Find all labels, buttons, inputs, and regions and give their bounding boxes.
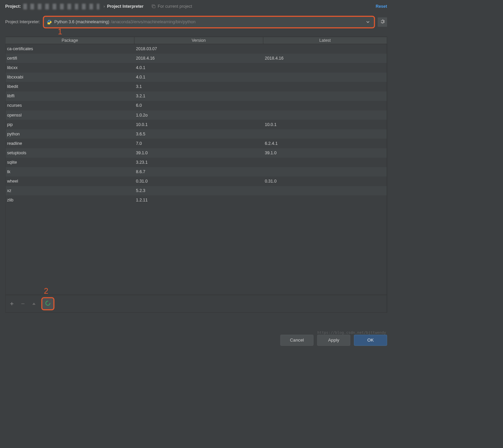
cell-package: certifi [5, 56, 134, 61]
cell-package: libcxx [5, 65, 134, 70]
table-row[interactable]: libedit3.1 [5, 82, 387, 91]
scope-label: For current project [158, 4, 192, 9]
interpreter-settings-button[interactable] [378, 17, 387, 27]
cell-package: libedit [5, 84, 134, 89]
reset-link[interactable]: Reset [376, 4, 387, 9]
gear-icon [380, 19, 385, 25]
cell-version: 39.1.0 [135, 151, 263, 155]
packages-table: Package Version Latest ca-certificates20… [5, 37, 387, 313]
cell-version: 6.0 [135, 103, 263, 108]
breadcrumb-header: Project: › Project Interpreter For curre… [0, 0, 392, 12]
cell-version: 3.1 [135, 84, 263, 89]
cell-package: ca-certificates [5, 46, 134, 51]
svg-point-3 [50, 24, 50, 24]
cell-version: 3.2.1 [135, 94, 263, 98]
cell-package: pip [5, 122, 134, 127]
cell-latest: 6.2.4.1 [263, 141, 387, 146]
table-row[interactable]: openssl1.0.2o [5, 110, 387, 120]
table-row[interactable]: zlib1.2.11 [5, 195, 387, 205]
add-package-button[interactable] [8, 300, 16, 308]
column-header-latest[interactable]: Latest [263, 37, 387, 44]
cell-version: 3.23.1 [135, 160, 263, 165]
cancel-button[interactable]: Cancel [280, 335, 313, 346]
watermark-text: https://blog.csdn.net/bjttwendy [317, 330, 386, 334]
cell-version: 5.2.3 [135, 188, 263, 193]
table-row[interactable]: pip10.0.110.0.1 [5, 120, 387, 129]
breadcrumb-chevron: › [103, 4, 105, 9]
cell-package: libcxxabi [5, 75, 134, 79]
cell-package: openssl [5, 113, 134, 118]
table-row[interactable]: tk8.6.7 [5, 167, 387, 177]
cell-package: setuptools [5, 151, 134, 155]
copy-scope-icon [151, 4, 155, 9]
remove-package-button[interactable] [19, 300, 27, 308]
svg-point-2 [48, 20, 48, 21]
cell-version: 3.6.5 [135, 132, 263, 136]
cell-version: 1.0.2o [135, 113, 263, 118]
cell-package: xz [5, 188, 134, 193]
svg-rect-1 [153, 5, 155, 8]
apply-button[interactable]: Apply [317, 335, 350, 346]
table-row[interactable]: libffi3.2.1 [5, 91, 387, 101]
table-row[interactable]: libcxx4.0.1 [5, 63, 387, 72]
cell-version: 2018.03.07 [135, 46, 263, 51]
cell-latest: 39.1.0 [263, 151, 387, 155]
cell-package: python [5, 132, 134, 136]
cell-package: ncurses [5, 103, 134, 108]
cell-version: 7.0 [135, 141, 263, 146]
table-row[interactable]: setuptools39.1.039.1.0 [5, 148, 387, 158]
column-header-version[interactable]: Version [135, 37, 263, 44]
cell-version: 4.0.1 [135, 65, 263, 70]
reload-icon [45, 300, 51, 308]
cell-package: sqlite [5, 160, 134, 165]
cell-version: 10.0.1 [135, 122, 263, 127]
interpreter-path: /anaconda3/envs/machinelearning/bin/pyth… [111, 20, 196, 24]
upgrade-package-button[interactable] [30, 300, 38, 308]
interpreter-dropdown[interactable]: Python 3.6 (machinelearning) /anaconda3/… [43, 16, 375, 28]
table-row[interactable]: libcxxabi4.0.1 [5, 72, 387, 82]
ok-button[interactable]: OK [354, 335, 387, 346]
cell-latest: 0.31.0 [263, 179, 387, 184]
cell-version: 1.2.11 [135, 198, 263, 202]
cell-package: libffi [5, 94, 134, 98]
table-row[interactable]: sqlite3.23.1 [5, 158, 387, 167]
annotation-marker-2: 2 [44, 287, 48, 296]
plus-icon [10, 301, 14, 306]
upgrade-arrow-icon [32, 302, 36, 305]
cell-version: 2018.4.16 [135, 56, 263, 61]
cell-package: zlib [5, 198, 134, 202]
project-name-redacted [23, 4, 99, 9]
table-row[interactable]: certifi2018.4.162018.4.16 [5, 54, 387, 63]
interpreter-label: Project Interpreter: [5, 20, 40, 24]
interpreter-name: Python 3.6 (machinelearning) [54, 20, 109, 24]
dropdown-arrow-icon[interactable] [363, 18, 373, 27]
cell-package: readline [5, 141, 134, 146]
reload-packages-button[interactable] [41, 297, 54, 310]
minus-icon [21, 301, 25, 306]
cell-latest: 10.0.1 [263, 122, 387, 127]
table-row[interactable]: python3.6.5 [5, 129, 387, 139]
table-row[interactable]: readline7.06.2.4.1 [5, 139, 387, 148]
cell-version: 4.0.1 [135, 75, 263, 79]
column-header-package[interactable]: Package [5, 37, 134, 44]
cell-version: 8.6.7 [135, 169, 263, 174]
cell-package: wheel [5, 179, 134, 184]
page-title: Project Interpreter [107, 4, 143, 9]
table-row[interactable]: xz5.2.3 [5, 186, 387, 195]
table-row[interactable]: wheel0.31.00.31.0 [5, 177, 387, 186]
cell-version: 0.31.0 [135, 179, 263, 184]
table-row[interactable]: ca-certificates2018.03.07 [5, 44, 387, 54]
annotation-marker-1: 1 [58, 27, 62, 36]
project-label: Project: [5, 4, 21, 9]
cell-package: tk [5, 169, 134, 174]
cell-latest: 2018.4.16 [263, 56, 387, 61]
table-row[interactable]: ncurses6.0 [5, 101, 387, 110]
python-icon [47, 20, 52, 25]
